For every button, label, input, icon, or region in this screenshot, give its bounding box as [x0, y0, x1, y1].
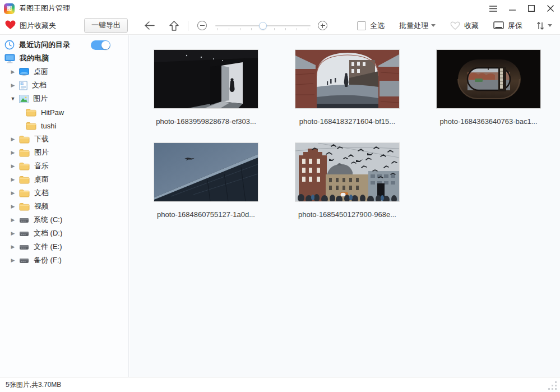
expand-arrow-icon[interactable]: ▶ [10, 230, 16, 236]
close-button[interactable] [541, 0, 560, 17]
folder-icon [19, 135, 30, 144]
sidebar-item-documents[interactable]: ▶ W 文档 [0, 79, 128, 92]
sidebar-item-hitpaw[interactable]: HitPaw [0, 105, 128, 119]
sort-arrows-icon [536, 21, 545, 30]
sort-order-dropdown[interactable] [536, 21, 552, 30]
drive-icon [19, 230, 29, 237]
photo-filename[interactable]: photo-1684363640763-bac1... [436, 117, 541, 126]
my-computer-label: 我的电脑 [20, 53, 49, 63]
recent-directories-toggle[interactable] [91, 40, 110, 50]
sidebar: 最近访问的目录 我的电脑 ▶ 桌面 ▶ W 文档 ▼ [0, 35, 129, 377]
window-title: 看图王图片管理 [19, 3, 70, 13]
folder-icon [19, 202, 30, 211]
resize-grip[interactable] [548, 381, 557, 390]
titlebar: 图 看图王图片管理 [0, 0, 560, 17]
zoom-slider[interactable] [215, 20, 311, 31]
drive-icon [19, 243, 29, 251]
back-button[interactable] [145, 21, 155, 30]
batch-process-dropdown[interactable]: 批量处理 [399, 21, 436, 31]
expand-arrow-icon[interactable]: ▶ [10, 177, 16, 182]
folder-icon [19, 149, 30, 157]
zoom-out-button[interactable] [197, 21, 207, 30]
toolbar: 图片收藏夹 一键导出 全选 批量处理 收藏 [0, 17, 560, 35]
zoom-in-button[interactable] [318, 21, 327, 30]
zoom-slider-handle[interactable] [259, 22, 267, 30]
favorites-heart-icon[interactable] [5, 20, 16, 31]
select-all-checkbox[interactable] [357, 21, 366, 30]
svg-text:W: W [21, 82, 24, 85]
screensaver-button[interactable]: 屏保 [493, 21, 522, 31]
sidebar-item-downloads[interactable]: ▶ 下载 [0, 132, 128, 146]
sidebar-item-desktop[interactable]: ▶ 桌面 [0, 65, 128, 79]
expand-arrow-icon[interactable]: ▶ [10, 136, 16, 142]
sidebar-item-music[interactable]: ▶ 音乐 [0, 159, 128, 173]
drive-icon [19, 216, 29, 224]
collect-button[interactable]: 收藏 [450, 21, 479, 31]
sidebar-item-pictures[interactable]: ▼ 图片 [0, 92, 128, 105]
photo-thumbnail-corridor[interactable] [154, 49, 258, 109]
photo-thumbnail-oval-window[interactable] [436, 49, 541, 109]
expand-arrow-icon[interactable]: ▶ [10, 150, 16, 155]
one-click-export-button[interactable]: 一键导出 [84, 18, 128, 33]
photo-item[interactable]: photo-1684183271604-bf15... [295, 49, 400, 126]
menu-icon[interactable] [484, 0, 503, 17]
expand-arrow-icon[interactable]: ▶ [10, 244, 16, 250]
expand-arrow-icon[interactable]: ▶ [10, 190, 16, 196]
collapse-arrow-icon[interactable]: ▼ [10, 96, 16, 102]
sidebar-item-drive-d[interactable]: ▶ 文档 (D:) [0, 227, 128, 240]
expand-arrow-icon[interactable]: ▶ [10, 257, 16, 263]
photo-item[interactable]: photo-1684363640763-bac1... [436, 49, 541, 126]
chevron-down-icon [548, 24, 552, 27]
toolbar-divider [188, 21, 188, 31]
computer-icon [4, 54, 15, 63]
chevron-down-icon [431, 24, 436, 27]
photo-item[interactable]: photo-1685450127900-968e... [295, 142, 400, 219]
pictures-icon [19, 95, 29, 103]
sidebar-item-drive-c[interactable]: ▶ 系统 (C:) [0, 213, 128, 227]
sidebar-item-drive-e[interactable]: ▶ 文件 (E:) [0, 240, 128, 253]
recent-directories-row[interactable]: 最近访问的目录 [0, 38, 128, 52]
photo-thumbnail-archway[interactable] [295, 49, 400, 109]
expand-arrow-icon[interactable]: ▶ [10, 69, 16, 75]
app-window: 图 看图王图片管理 图片收藏夹 一键导出 [0, 0, 560, 392]
clock-icon [4, 40, 15, 50]
folder-icon [19, 162, 30, 170]
sidebar-item-tushi[interactable]: tushi [0, 119, 128, 132]
photo-filename[interactable]: photo-1685450127900-968e... [295, 210, 400, 219]
photo-thumbnail-plane-sky[interactable] [154, 142, 258, 202]
my-computer-row[interactable]: 我的电脑 [0, 52, 128, 65]
expand-arrow-icon[interactable]: ▶ [10, 217, 16, 223]
collect-label: 收藏 [464, 21, 479, 31]
batch-process-label: 批量处理 [399, 21, 428, 31]
expand-arrow-icon[interactable]: ▶ [10, 163, 16, 169]
photo-filename[interactable]: photo-1683959828678-ef303... [154, 117, 258, 126]
favorites-label[interactable]: 图片收藏夹 [20, 21, 56, 31]
photo-thumbnail-city-birds[interactable] [295, 142, 400, 202]
heart-outline-icon [450, 21, 460, 30]
screensaver-label: 屏保 [508, 21, 522, 31]
sidebar-item-desktop-folder[interactable]: ▶ 桌面 [0, 173, 128, 186]
maximize-button[interactable] [522, 0, 541, 17]
app-logo-icon: 图 [4, 3, 15, 14]
expand-arrow-icon[interactable]: ▶ [10, 204, 16, 209]
sidebar-item-documents-folder[interactable]: ▶ 文档 [0, 186, 128, 200]
folder-icon [19, 176, 30, 184]
folder-icon [26, 122, 36, 130]
select-all-label[interactable]: 全选 [370, 21, 385, 31]
photo-filename[interactable]: photo-1684183271604-bf15... [295, 117, 400, 126]
sidebar-item-videos[interactable]: ▶ 视频 [0, 200, 128, 213]
home-up-button[interactable] [169, 21, 179, 31]
photo-grid-area: photo-1683959828678-ef303... [129, 35, 560, 377]
screen-icon [493, 21, 504, 30]
photo-item[interactable]: photo-1683959828678-ef303... [154, 49, 258, 126]
expand-arrow-icon[interactable]: ▶ [10, 82, 16, 88]
sidebar-item-pictures-folder[interactable]: ▶ 图片 [0, 146, 128, 159]
folder-icon [19, 189, 30, 197]
photo-filename[interactable]: photo-1684860755127-1a0d... [154, 210, 258, 219]
minimize-button[interactable] [503, 0, 522, 17]
sidebar-item-drive-f[interactable]: ▶ 备份 (F:) [0, 253, 128, 267]
document-icon: W [19, 81, 27, 90]
photo-item[interactable]: photo-1684860755127-1a0d... [154, 142, 258, 219]
desktop-icon [19, 68, 29, 76]
status-summary: 5张图片,共3.70MB [6, 380, 61, 390]
